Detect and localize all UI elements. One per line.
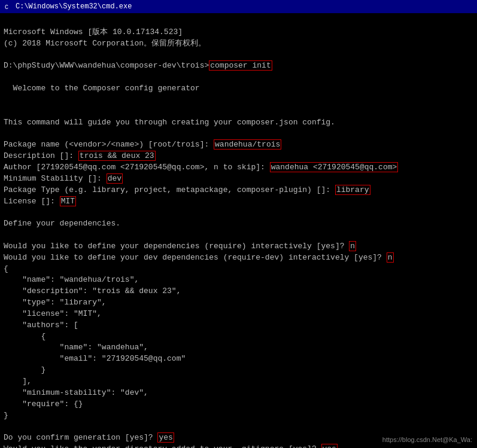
command-text: composer init: [209, 60, 272, 71]
line-json-type: "type": "library",: [4, 297, 473, 309]
line-define-deps: Define your dependencies.: [4, 218, 473, 230]
line-stability: Minimum Stability []: dev: [4, 173, 473, 185]
line-json-author-name: "name": "wandehua",: [4, 342, 473, 353]
line-require-dev: Would you like to define your dev depend…: [4, 252, 473, 264]
line-json-authors-end: ],: [4, 376, 473, 388]
svg-text:C: C: [5, 4, 8, 11]
line-json-name: "name": "wandehua/trois",: [4, 275, 473, 286]
line-gitignore: Would you like the vendor directory adde…: [4, 444, 473, 448]
input-pkg-name: wandehua/trois: [214, 139, 281, 150]
line-desc: Description []: trois && deux 23: [4, 151, 473, 162]
line-json-authors-close: }: [4, 365, 473, 376]
line-json-open: {: [4, 264, 473, 275]
line-json-authors-open: {: [4, 331, 473, 343]
line-author: Author [271920545@qq.com <271920545@qq.c…: [4, 162, 473, 173]
line-copyright: (c) 2018 Microsoft Corporation。保留所有权利。: [4, 38, 473, 50]
line-json-close: }: [4, 410, 473, 422]
line-win-version: Microsoft Windows [版本 10.0.17134.523]: [4, 27, 473, 38]
input-stability: dev: [107, 173, 123, 184]
line-empty4: [4, 106, 473, 117]
line-empty3: [4, 95, 473, 106]
line-empty7: [4, 230, 473, 241]
line-empty1: [4, 50, 473, 61]
line-pkg-name: Package name (<vendor>/<name>) [root/tro…: [4, 139, 473, 151]
title-bar: C C:\Windows\System32\cmd.exe: [0, 0, 477, 13]
line-json-require: "require": {}: [4, 399, 473, 410]
command-prompt: D:\phpStudy\WWW\wandehua\composer-dev\tr…: [4, 61, 209, 70]
line-empty6: [4, 207, 473, 218]
input-require: n: [349, 241, 356, 251]
line-empty2: [4, 72, 473, 83]
input-type: library: [335, 185, 370, 195]
cmd-icon: C: [4, 2, 12, 11]
terminal-content: Microsoft Windows [版本 10.0.17134.523](c)…: [0, 13, 477, 448]
line-guide: This command will guide you through crea…: [4, 117, 473, 129]
input-license: MIT: [60, 196, 76, 206]
line-license: License []: MIT: [4, 196, 473, 208]
line-type: Package Type (e.g. library, project, met…: [4, 185, 473, 196]
line-json-authors: "authors": [: [4, 320, 473, 331]
title-bar-text: C:\Windows\System32\cmd.exe: [16, 2, 132, 11]
line-json-minstab: "minimum-stability": "dev",: [4, 388, 473, 399]
line-empty8: [4, 421, 473, 432]
input-author: wandehua <271920545@qq.com>: [270, 162, 399, 172]
line-json-license: "license": "MIT",: [4, 309, 473, 320]
line-command: D:\phpStudy\WWW\wandehua\composer-dev\tr…: [4, 60, 473, 72]
input-gitignore: yes: [321, 444, 338, 448]
line-json-desc: "description": "trois && deux 23",: [4, 286, 473, 297]
input-desc: trois && deux 23: [78, 151, 156, 161]
watermark: https://blog.csdn.Net@Ka_Wa:: [382, 436, 472, 443]
input-require-dev: n: [387, 252, 394, 263]
line-welcome: Welcome to the Composer config generator: [4, 83, 473, 95]
input-confirm: yes: [157, 432, 174, 443]
line-require: Would you like to define your dependenci…: [4, 241, 473, 252]
line-json-author-email: "email": "271920545@qq.com": [4, 353, 473, 365]
line-empty5: [4, 128, 473, 139]
